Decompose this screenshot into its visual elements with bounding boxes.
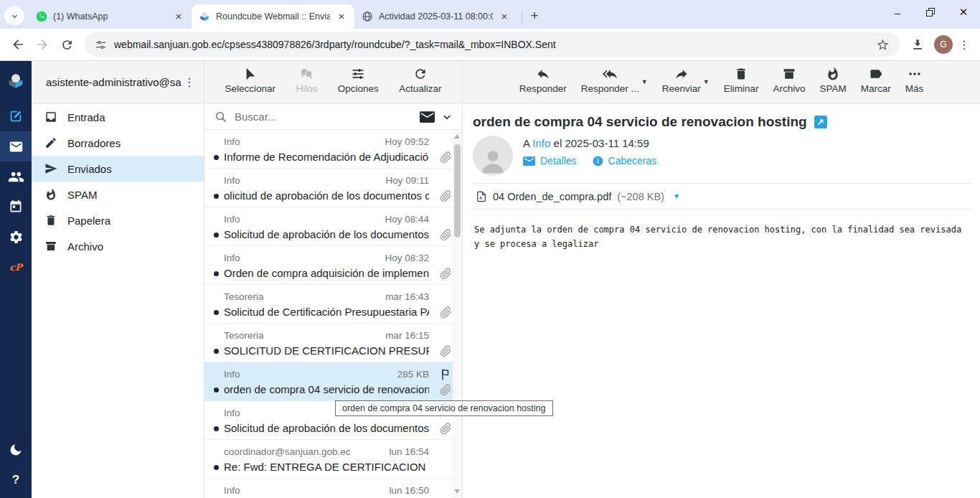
message-subject: olicitud de aprobación de los documentos…: [224, 188, 429, 203]
minimize-button[interactable]: –: [881, 0, 914, 24]
help-button[interactable]: ?: [0, 465, 32, 495]
globe-icon: [362, 11, 373, 22]
mail-meta: A Info el 2025-03-11 14:59 Detalles: [463, 134, 980, 183]
message-row[interactable]: Tesoreria mar 16:15 SOLICITUD DE CERTIFI…: [204, 324, 462, 362]
search-input[interactable]: [235, 111, 413, 123]
account-menu-button[interactable]: ⋮: [182, 75, 197, 89]
dark-mode-toggle[interactable]: [0, 435, 32, 465]
bookmark-star-icon[interactable]: [876, 38, 890, 52]
close-button[interactable]: ✕: [947, 0, 980, 24]
message-row[interactable]: Info 285 KB orden de compra 04 servicio …: [204, 362, 462, 401]
browser-tab-roundcube[interactable]: Roundcube Webmail :: Enviados ×: [192, 4, 354, 29]
message-row[interactable]: Info lun 16:50: [204, 479, 462, 498]
mark-button[interactable]: Marcar: [861, 67, 891, 94]
search-bar: [204, 104, 462, 130]
forward-button[interactable]: Reenviar: [662, 67, 701, 94]
message-row[interactable]: Info Hoy 09:11 olicitud de aprobación de…: [204, 169, 462, 207]
scrollbar-thumb[interactable]: [454, 144, 461, 238]
scroll-up-icon[interactable]: [454, 134, 460, 138]
back-icon: [11, 37, 25, 52]
reply-button[interactable]: Responder: [519, 67, 567, 94]
new-tab-button[interactable]: +: [524, 6, 545, 26]
message-subject: Informe de Recomendación de Adjudicació.…: [224, 149, 429, 164]
message-sender: Info: [224, 174, 240, 187]
profile-avatar[interactable]: G: [934, 35, 953, 54]
reply-all-button[interactable]: Responder ...: [581, 67, 639, 94]
delete-button[interactable]: Eliminar: [724, 67, 759, 94]
attachment-size: (~208 KB): [617, 191, 664, 202]
browser-tab-whatsapp[interactable]: (1) WhatsApp ×: [29, 4, 192, 29]
reply-all-dropdown-icon[interactable]: ▼: [641, 78, 648, 85]
archive-button[interactable]: Archivo: [773, 67, 805, 94]
message-date: mar 16:15: [385, 329, 429, 342]
headers-toggle[interactable]: Cabeceras: [593, 155, 657, 166]
address-bar[interactable]: webmail.sanjuan.gob.ec/cpsess4380978826/…: [85, 32, 900, 57]
folder-item-enviados[interactable]: Enviados: [32, 156, 204, 182]
details-toggle[interactable]: Detalles: [523, 155, 577, 166]
message-date: Hoy 09:11: [385, 174, 429, 187]
folder-item-papelera[interactable]: Papelera: [32, 207, 204, 233]
folder-item-borradores[interactable]: Borradores: [32, 130, 204, 156]
tab-close-icon[interactable]: ×: [173, 11, 184, 22]
threads-button[interactable]: Hilos: [296, 67, 317, 94]
cursor-icon: [243, 67, 258, 81]
spam-button[interactable]: SPAM: [819, 67, 846, 94]
message-row[interactable]: Info Hoy 08:32 Orden de compra adquisici…: [204, 246, 462, 285]
tab-search-button[interactable]: [4, 6, 24, 25]
refresh-button[interactable]: Actualizar: [399, 67, 441, 94]
message-row[interactable]: Info Hoy 08:44 Solicitud de aprobación d…: [204, 207, 462, 246]
select-button[interactable]: Seleccionar: [225, 67, 275, 94]
message-row[interactable]: Info Hoy 09:52 Informe de Recomendación …: [204, 130, 462, 169]
unread-dot-icon: [214, 194, 219, 199]
rail-item-calendar[interactable]: [0, 192, 32, 222]
recipient-link[interactable]: Info: [532, 137, 550, 149]
rail-item-mail[interactable]: [0, 131, 32, 161]
mail-body: Se adjunta la orden de compra 04 servici…: [463, 210, 976, 264]
attachment-name[interactable]: 04 Orden_de_compra.pdf: [493, 191, 611, 202]
tab-close-icon[interactable]: ×: [499, 11, 510, 22]
folder-item-archivo[interactable]: Archivo: [32, 233, 204, 259]
tab-close-icon[interactable]: ×: [336, 11, 347, 22]
folder-item-spam[interactable]: SPAM: [32, 182, 204, 207]
reply-label: Responder: [519, 83, 567, 94]
rail-item-cpanel[interactable]: cP: [0, 252, 32, 282]
message-date: Hoy 09:52: [385, 136, 429, 148]
reload-button[interactable]: [55, 32, 79, 57]
archive-icon: [782, 67, 796, 81]
compose-button[interactable]: [0, 101, 32, 131]
download-icon: [910, 37, 925, 52]
attachment-dropdown-icon[interactable]: ▼: [673, 192, 680, 200]
forward-dropdown-icon[interactable]: ▼: [703, 78, 710, 85]
downloads-button[interactable]: [905, 32, 930, 57]
scroll-down-icon[interactable]: [454, 489, 460, 494]
browser-tab-actividad[interactable]: Actividad 2025-03-11 08:00:00 ×: [354, 4, 517, 29]
rail-item-contacts[interactable]: [0, 161, 32, 192]
rail-item-settings[interactable]: [0, 222, 32, 252]
back-button[interactable]: [6, 32, 30, 57]
more-button[interactable]: Más: [905, 67, 924, 94]
restore-button[interactable]: [914, 0, 947, 24]
flag-icon[interactable]: [440, 367, 453, 381]
options-sliders-icon: [351, 67, 365, 81]
mail-icon: [9, 139, 24, 154]
folder-item-entrada[interactable]: Entrada: [32, 104, 204, 130]
moon-icon: [9, 443, 23, 457]
forward-button[interactable]: [30, 32, 55, 57]
open-in-new-window-button[interactable]: [814, 116, 827, 128]
search-icon: [215, 111, 227, 123]
search-scope-mail-icon[interactable]: [420, 111, 435, 123]
attachment-bar[interactable]: A 04 Orden_de_compra.pdf (~208 KB) ▼: [471, 183, 971, 210]
message-sender: Tesoreria: [224, 329, 264, 342]
browser-menu-button[interactable]: ⋮: [957, 38, 971, 52]
attachment-icon: [440, 190, 452, 202]
pdf-file-icon: A: [476, 190, 487, 203]
message-row[interactable]: coordinador@sanjuan.gob.ec lun 16:54 Re:…: [204, 440, 462, 479]
unread-dot-icon: [214, 349, 219, 354]
trash-icon: [44, 214, 57, 227]
list-scrollbar[interactable]: [453, 130, 462, 498]
sender-avatar: [473, 136, 513, 176]
app-rail: cP ?: [0, 61, 32, 498]
options-button[interactable]: Opciones: [338, 67, 379, 94]
search-options-chevron-icon[interactable]: [442, 112, 452, 122]
message-row[interactable]: Tesoreria mar 16:43 Solicitud de Certifi…: [204, 285, 462, 324]
